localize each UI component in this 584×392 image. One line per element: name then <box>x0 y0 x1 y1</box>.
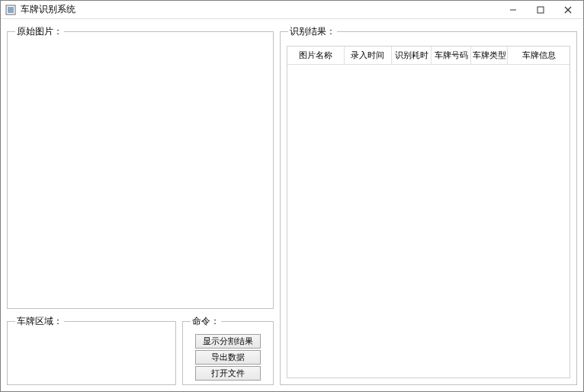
commands-panel: 命令： 显示分割结果 导出数据 打开文件 <box>182 315 274 385</box>
original-image-panel: 原始图片： <box>7 25 274 309</box>
results-panel: 识别结果： 图片名称 <box>280 25 577 385</box>
plate-area-panel: 车牌区域： <box>7 315 176 385</box>
table-header-row: 图片名称 录入时间 识别耗时 车牌号码 车牌类型 车牌信息 <box>287 47 570 65</box>
col-input-time[interactable]: 录入时间 <box>344 47 392 65</box>
svg-rect-1 <box>8 7 14 13</box>
left-column: 原始图片： 车牌区域： 命令： 显示分割结果 导出数据 打开文件 <box>7 25 274 385</box>
close-button[interactable] <box>554 2 582 18</box>
svg-rect-3 <box>537 7 544 13</box>
export-data-button[interactable]: 导出数据 <box>195 350 261 365</box>
content-area: 原始图片： 车牌区域： 命令： 显示分割结果 导出数据 打开文件 识别结果： <box>1 19 583 391</box>
app-icon <box>5 5 16 15</box>
titlebar: 车牌识别系统 <box>1 1 583 19</box>
results-table-container: 图片名称 录入时间 识别耗时 车牌号码 车牌类型 车牌信息 <box>287 46 570 378</box>
col-recognition-time[interactable]: 识别耗时 <box>392 47 432 65</box>
maximize-button[interactable] <box>527 2 554 18</box>
col-plate-type[interactable]: 车牌类型 <box>470 47 507 65</box>
original-image-label: 原始图片： <box>15 25 64 38</box>
col-image-name[interactable]: 图片名称 <box>287 47 344 65</box>
results-table[interactable]: 图片名称 录入时间 识别耗时 车牌号码 车牌类型 车牌信息 <box>287 47 570 65</box>
window-controls <box>499 2 582 18</box>
results-label: 识别结果： <box>288 25 337 38</box>
app-window: 车牌识别系统 原始图片： 车牌区域： 命令： <box>0 0 584 392</box>
right-column: 识别结果： 图片名称 <box>280 25 577 385</box>
col-plate-info[interactable]: 车牌信息 <box>508 47 570 65</box>
commands-label: 命令： <box>191 315 221 328</box>
show-segmentation-button[interactable]: 显示分割结果 <box>195 334 261 349</box>
minimize-button[interactable] <box>499 2 527 18</box>
open-file-button[interactable]: 打开文件 <box>195 366 261 381</box>
col-plate-number[interactable]: 车牌号码 <box>432 47 471 65</box>
bottom-row: 车牌区域： 命令： 显示分割结果 导出数据 打开文件 <box>7 315 274 385</box>
command-buttons: 显示分割结果 导出数据 打开文件 <box>189 333 267 381</box>
window-title: 车牌识别系统 <box>21 3 499 16</box>
plate-area-label: 车牌区域： <box>15 315 64 328</box>
